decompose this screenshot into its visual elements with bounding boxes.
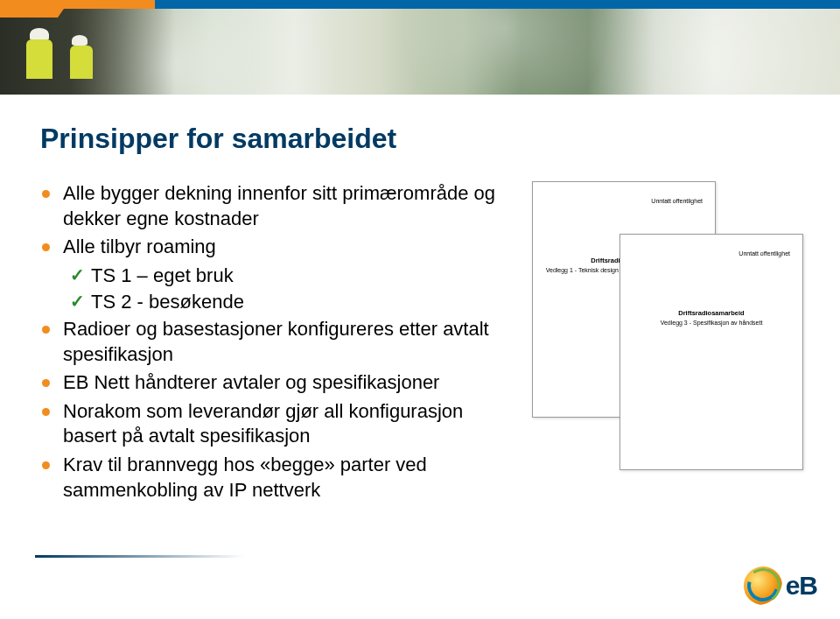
- brand-logo: eB: [744, 566, 817, 605]
- logo-text: eB: [786, 571, 817, 601]
- list-item: Krav til brannvegg hos «begge» parter ve…: [40, 453, 514, 503]
- footer-divider: [35, 555, 245, 558]
- header-accent-orange: [0, 0, 70, 18]
- doc-title: Driftsradiosamarbeid: [633, 309, 790, 319]
- header-accent-stripe: [61, 0, 840, 9]
- document-thumbnails: Unntatt offentlighet Driftsradiosamarbei…: [532, 181, 803, 470]
- list-subitem: TS 2 - besøkende: [40, 290, 514, 315]
- bullet-list: Alle bygger dekning innenfor sitt primær…: [40, 176, 514, 506]
- list-item: EB Nett håndterer avtaler og spesifikasj…: [40, 370, 514, 396]
- list-item: Radioer og basestasjoner konfigureres et…: [40, 317, 514, 367]
- list-item: Alle tilbyr roaming: [40, 235, 514, 260]
- list-subitem: TS 1 – eget bruk: [40, 264, 514, 289]
- doc-confidential-label: Unntatt offentlighet: [545, 198, 703, 204]
- doc-subtitle: Vedlegg 3 - Spesifikasjon av håndsett: [633, 319, 790, 327]
- list-item: Alle bygger dekning innenfor sitt primær…: [40, 181, 514, 231]
- header-banner: [0, 0, 840, 95]
- slide-title: Prinsipper for samarbeidet: [40, 123, 803, 155]
- logo-icon: [744, 566, 782, 605]
- list-item: Norakom som leverandør gjør all konfigur…: [40, 399, 514, 449]
- document-thumb-front: Unntatt offentlighet Driftsradiosamarbei…: [620, 234, 803, 470]
- doc-confidential-label: Unntatt offentlighet: [633, 250, 790, 257]
